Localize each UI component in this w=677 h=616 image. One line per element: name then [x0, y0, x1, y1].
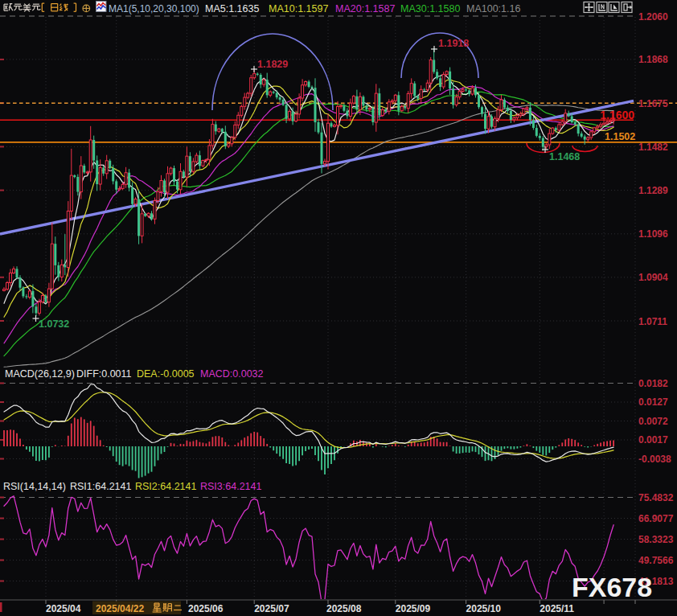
svg-text:75.4832: 75.4832 [638, 492, 674, 503]
svg-text:RSI1:64.2141: RSI1:64.2141 [70, 481, 131, 492]
svg-text:0.0127: 0.0127 [638, 396, 668, 408]
svg-text:0.0017: 0.0017 [638, 434, 668, 446]
svg-text:MACD:0.0032: MACD:0.0032 [200, 368, 264, 380]
svg-text:2025/04/22: 2025/04/22 [96, 603, 144, 614]
svg-text:2025/07: 2025/07 [254, 603, 289, 614]
svg-text:1.1096: 1.1096 [638, 228, 668, 240]
svg-text:MA20:1.1587: MA20:1.1587 [335, 3, 395, 14]
svg-text:FX678: FX678 [572, 572, 652, 602]
svg-text:66.9077: 66.9077 [638, 513, 674, 524]
svg-text:1.1918: 1.1918 [438, 38, 469, 49]
svg-text:-0.0038: -0.0038 [638, 454, 671, 465]
svg-text:1.0732: 1.0732 [39, 318, 69, 330]
svg-text:1.1289: 1.1289 [638, 185, 668, 196]
svg-text:1.0904: 1.0904 [638, 272, 668, 283]
svg-text:1.1675: 1.1675 [638, 98, 668, 109]
svg-text:1.1468: 1.1468 [549, 151, 580, 162]
svg-text:RSI(14,14,14): RSI(14,14,14) [3, 481, 66, 492]
svg-text:MA30:1.1580: MA30:1.1580 [400, 3, 460, 14]
svg-text:MA100:1.16: MA100:1.16 [466, 3, 520, 14]
svg-text:0.0072: 0.0072 [638, 416, 668, 427]
svg-text:49.7566: 49.7566 [638, 555, 674, 566]
svg-text:MA5:1.1635: MA5:1.1635 [205, 3, 259, 14]
svg-text:2025/04: 2025/04 [46, 603, 81, 614]
svg-text:MA1(5,10,20,30,100): MA1(5,10,20,30,100) [109, 3, 199, 14]
svg-text:1.1829: 1.1829 [257, 59, 288, 70]
svg-text:1.1600: 1.1600 [600, 109, 634, 121]
svg-text:2025/11: 2025/11 [540, 603, 574, 614]
svg-text:RSI3:64.2141: RSI3:64.2141 [200, 481, 261, 492]
svg-text:58.3323: 58.3323 [638, 534, 674, 545]
svg-text:1.1868: 1.1868 [638, 54, 668, 65]
svg-text:1.1482: 1.1482 [638, 142, 668, 153]
svg-text:1.2060: 1.2060 [638, 11, 668, 23]
svg-text:2025/10: 2025/10 [466, 603, 502, 614]
svg-text:MA10:1.1597: MA10:1.1597 [269, 3, 328, 14]
svg-text:DIFF:0.0011: DIFF:0.0011 [76, 368, 132, 380]
svg-text:2025/06: 2025/06 [188, 603, 224, 614]
svg-text:0.0182: 0.0182 [638, 378, 668, 389]
svg-text:2025/08: 2025/08 [326, 603, 362, 614]
svg-text:1.0711: 1.0711 [638, 316, 667, 327]
svg-text:DEA:-0.0005: DEA:-0.0005 [137, 368, 195, 380]
svg-text:MACD(26,12,9): MACD(26,12,9) [5, 368, 75, 380]
svg-text:RSI2:64.2141: RSI2:64.2141 [135, 481, 196, 492]
svg-text:1.1502: 1.1502 [605, 131, 635, 142]
svg-text:2025/09: 2025/09 [396, 603, 431, 614]
